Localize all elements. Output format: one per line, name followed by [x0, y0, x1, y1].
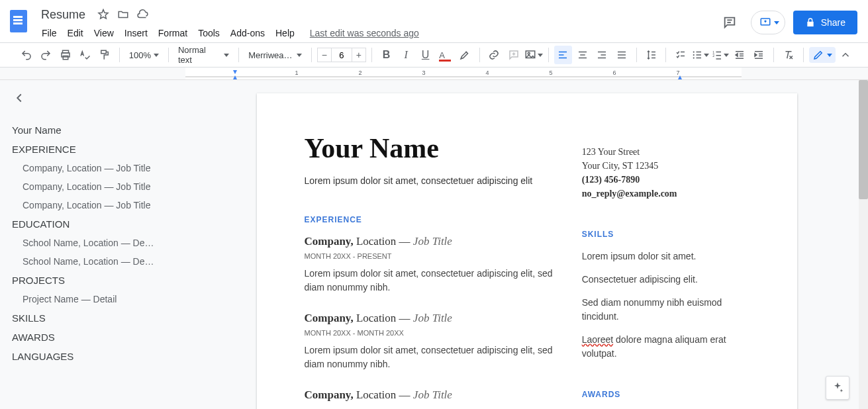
contact-phone[interactable]: (123) 456-7890 [582, 173, 749, 187]
outline-item[interactable]: Company, Location — Job Title [12, 159, 173, 177]
bold-button[interactable]: B [377, 46, 396, 64]
share-button[interactable]: Share [793, 11, 857, 34]
outline-item[interactable]: Company, Location — Job Title [12, 177, 173, 196]
italic-button[interactable]: I [397, 46, 415, 64]
align-center-button[interactable] [573, 46, 592, 64]
paint-format-button[interactable] [95, 46, 114, 64]
line-spacing-button[interactable] [642, 46, 661, 64]
docs-logo[interactable] [5, 8, 32, 34]
svg-rect-6 [101, 50, 107, 54]
paragraph-style-dropdown[interactable]: Normal text [174, 45, 233, 65]
outline-item[interactable]: EDUCATION [12, 214, 173, 234]
skill-item[interactable]: Sed diam nonummy nibh euismod tincidunt. [582, 296, 749, 324]
horizontal-ruler[interactable]: 1 2 3 4 5 6 7 [0, 68, 868, 80]
outline-item[interactable]: EXPERIENCE [12, 140, 173, 159]
print-button[interactable] [56, 46, 75, 64]
skill-item[interactable]: Consectetuer adipiscing elit. [582, 273, 749, 287]
contact-email[interactable]: no_reply@example.com [582, 187, 749, 201]
highlight-color-button[interactable] [456, 46, 474, 64]
comment-history-button[interactable] [716, 9, 743, 36]
clear-formatting-button[interactable] [779, 46, 798, 64]
add-comment-button[interactable] [505, 46, 523, 64]
svg-text:1: 1 [295, 69, 298, 76]
outline-item[interactable]: PROJECTS [12, 271, 173, 290]
align-left-button[interactable] [554, 46, 573, 64]
contact-city[interactable]: Your City, ST 12345 [582, 159, 749, 173]
checklist-button[interactable] [671, 46, 690, 64]
font-size-decrease[interactable]: − [317, 48, 332, 62]
outline-item[interactable]: LANGUAGES [12, 347, 173, 366]
indent-marker-left [233, 75, 237, 79]
numbered-list-button[interactable]: 12 [710, 46, 729, 64]
increase-indent-button[interactable] [749, 46, 768, 64]
svg-point-28 [693, 57, 695, 58]
outline-item[interactable]: Your Name [12, 120, 173, 140]
svg-text:3: 3 [422, 69, 425, 76]
outline-item[interactable]: AWARDS [12, 328, 173, 347]
align-justify-button[interactable] [612, 46, 631, 64]
redo-button[interactable] [37, 46, 56, 64]
job-entry[interactable]: Company, Location — Job TitleMONTH 20XX … [305, 235, 555, 295]
last-edit-link[interactable]: Last edit was seconds ago [310, 28, 419, 38]
spelling-error[interactable]: Laoreet [582, 334, 613, 345]
vertical-scrollbar[interactable] [859, 80, 868, 409]
editing-mode-button[interactable] [809, 47, 836, 63]
contact-block[interactable]: 123 Your Street Your City, ST 12345 (123… [582, 145, 749, 201]
star-icon[interactable] [97, 9, 109, 21]
svg-text:7: 7 [676, 69, 679, 76]
job-entry[interactable]: Company, Location — Job TitleMONTH 20XX … [305, 312, 555, 371]
menu-help[interactable]: Help [271, 25, 299, 41]
outline-item[interactable]: Company, Location — Job Title [12, 196, 173, 214]
insert-link-button[interactable] [485, 46, 503, 64]
menu-addons[interactable]: Add-ons [226, 25, 269, 41]
menu-format[interactable]: Format [154, 25, 192, 41]
outline-item[interactable]: School Name, Location — De… [12, 252, 173, 271]
font-dropdown[interactable]: Merriweath… [244, 50, 306, 60]
skill-item[interactable]: Lorem ipsum dolor sit amet. [582, 250, 749, 263]
svg-rect-29 [697, 52, 702, 53]
section-experience[interactable]: EXPERIENCE [305, 215, 555, 224]
insert-image-button[interactable] [524, 46, 543, 64]
align-right-button[interactable] [593, 46, 612, 64]
title-area: Resume File Edit View Insert Format Tool… [37, 5, 716, 42]
explore-button[interactable] [826, 376, 849, 400]
document-canvas[interactable]: Your Name Lorem ipsum dolor sit amet, co… [185, 80, 868, 409]
section-awards[interactable]: AWARDS [582, 390, 749, 399]
document-outline: Your NameEXPERIENCECompany, Location — J… [0, 80, 185, 409]
outline-item[interactable]: School Name, Location — De… [12, 234, 173, 252]
decrease-indent-button[interactable] [730, 46, 749, 64]
svg-point-26 [693, 51, 695, 52]
tagline-text[interactable]: Lorem ipsum dolor sit amet, consectetuer… [305, 175, 555, 186]
menu-bar: File Edit View Insert Format Tools Add-o… [37, 24, 716, 42]
font-size-input[interactable] [332, 48, 352, 62]
undo-button[interactable] [17, 46, 36, 64]
scroll-thumb[interactable] [859, 80, 868, 199]
cloud-status-icon[interactable] [137, 9, 149, 21]
job-entry[interactable]: Company, Location — Job Title [305, 388, 555, 402]
section-skills[interactable]: SKILLS [582, 230, 749, 239]
collapse-toolbar-button[interactable] [837, 46, 855, 64]
text-color-button[interactable]: A [436, 46, 454, 64]
spellcheck-button[interactable] [76, 46, 95, 64]
skill-item[interactable]: Laoreet dolore magna aliquam erat volutp… [582, 333, 749, 361]
underline-button[interactable]: U [416, 46, 435, 64]
menu-tools[interactable]: Tools [193, 25, 224, 41]
svg-rect-30 [697, 54, 702, 56]
document-title[interactable]: Resume [37, 8, 89, 22]
heading-name[interactable]: Your Name [305, 133, 555, 163]
outline-item[interactable]: SKILLS [12, 308, 173, 328]
menu-edit[interactable]: Edit [63, 25, 88, 41]
page[interactable]: Your Name Lorem ipsum dolor sit amet, co… [257, 93, 797, 409]
font-size-increase[interactable]: + [352, 48, 366, 62]
menu-insert[interactable]: Insert [120, 25, 152, 41]
menu-view[interactable]: View [89, 25, 119, 41]
outline-item[interactable]: Project Name — Detail [12, 290, 173, 308]
zoom-dropdown[interactable]: 100% [125, 50, 163, 60]
present-button[interactable] [751, 11, 785, 34]
move-folder-icon[interactable] [117, 9, 129, 21]
contact-street[interactable]: 123 Your Street [582, 145, 749, 159]
outline-close-button[interactable] [12, 91, 173, 107]
font-size-control: − + [317, 48, 366, 62]
bulleted-list-button[interactable] [691, 46, 710, 64]
menu-file[interactable]: File [37, 25, 62, 41]
